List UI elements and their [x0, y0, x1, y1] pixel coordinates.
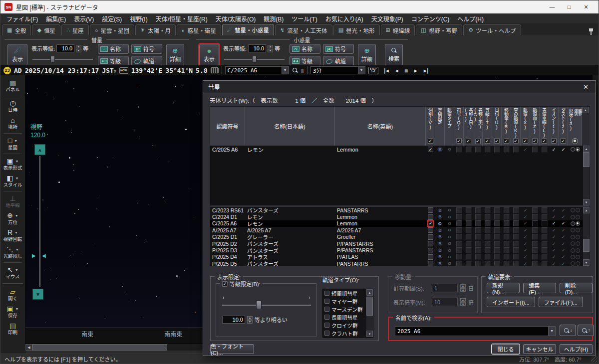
- option-box[interactable]: [542, 234, 548, 240]
- option-box[interactable]: [494, 220, 500, 226]
- option-box[interactable]: [494, 241, 500, 247]
- flag-cell[interactable]: [568, 221, 582, 226]
- menu-item[interactable]: 天体/恒星・星座(R): [152, 13, 212, 23]
- option-box[interactable]: [485, 147, 491, 153]
- flag-cell[interactable]: ✓: [559, 221, 568, 226]
- mag-limit-spinner[interactable]: ▲▼: [247, 316, 253, 324]
- option-box[interactable]: [504, 254, 510, 260]
- flag-cell[interactable]: O: [445, 215, 454, 219]
- flag-cell[interactable]: [454, 234, 464, 240]
- option-box[interactable]: [513, 147, 519, 153]
- option-box[interactable]: [542, 207, 548, 213]
- tab-全般[interactable]: ▦全般: [2, 24, 31, 35]
- radio[interactable]: [576, 241, 580, 246]
- flag-cell[interactable]: B: [435, 234, 445, 239]
- asteroid-軌道-button[interactable]: 軌道: [323, 56, 354, 66]
- search-icon[interactable]: [292, 67, 298, 73]
- comet-軌道-button[interactable]: 軌道: [131, 56, 162, 66]
- flag-cell[interactable]: O: [445, 241, 454, 246]
- flag-cell[interactable]: [492, 220, 502, 226]
- flag-cell[interactable]: B: [435, 208, 445, 213]
- checkbox[interactable]: [428, 207, 433, 213]
- option-box[interactable]: [513, 234, 519, 240]
- sidebar-item-スタイル[interactable]: ◧ ▼スタイル: [0, 173, 25, 189]
- chevron-down-icon[interactable]: ▼: [548, 327, 555, 336]
- color-font-button[interactable]: 色・フォント(C)...: [210, 344, 254, 354]
- option-box[interactable]: [513, 207, 519, 213]
- option-box[interactable]: [513, 241, 519, 247]
- flag-cell[interactable]: [568, 241, 582, 246]
- option-box[interactable]: [456, 247, 462, 253]
- flag-cell[interactable]: [464, 207, 473, 213]
- option-box[interactable]: [494, 214, 500, 220]
- radio[interactable]: [571, 208, 575, 212]
- option-box[interactable]: [542, 147, 548, 153]
- scroll-down-icon[interactable]: ▼: [366, 331, 373, 337]
- flag-cell[interactable]: [492, 234, 502, 240]
- flag-cell[interactable]: O: [445, 228, 454, 232]
- zoom-in-button[interactable]: ▲: [34, 144, 45, 155]
- sidebar-item-日時[interactable]: ◷日時: [0, 98, 25, 115]
- flag-cell[interactable]: [502, 247, 511, 253]
- radio-selected[interactable]: [576, 221, 580, 226]
- flag-cell[interactable]: O: [445, 261, 454, 266]
- scroll-up-icon[interactable]: ▲: [583, 207, 590, 213]
- option-box[interactable]: [485, 254, 491, 260]
- flag-cell[interactable]: [511, 241, 521, 247]
- flag-cell[interactable]: [426, 261, 435, 266]
- flag-cell[interactable]: [464, 220, 473, 226]
- radio[interactable]: [571, 228, 575, 232]
- flag-cell[interactable]: [530, 220, 540, 226]
- flag-cell[interactable]: ✓: [549, 261, 559, 266]
- option-box[interactable]: [456, 234, 462, 240]
- flag-cell[interactable]: [530, 254, 540, 260]
- tab-経緯線[interactable]: ⊞経緯線: [381, 24, 415, 35]
- menu-item[interactable]: 観測(B): [260, 13, 288, 23]
- asteroid-show-button[interactable]: ● 表示: [199, 44, 219, 66]
- header-checkbox[interactable]: ✓: [485, 137, 490, 145]
- option-box[interactable]: [513, 227, 519, 233]
- longitude-value[interactable]: 139°42'E: [131, 67, 163, 74]
- sidebar-item-光跡残し[interactable]: ⋱ ▼光跡残し: [0, 244, 25, 261]
- orbital-button[interactable]: ファイル(F)...: [539, 297, 583, 307]
- menu-item[interactable]: 編集(E): [42, 13, 70, 23]
- datetime-value[interactable]: 2025/10/14 23:17:17: [25, 67, 99, 74]
- tab-星座[interactable]: ∴星座: [61, 24, 89, 35]
- tab-昼光・地形[interactable]: ▤昼光・地形: [333, 24, 380, 35]
- flag-cell[interactable]: [473, 234, 483, 240]
- flag-cell[interactable]: O: [445, 221, 454, 226]
- flag-cell[interactable]: [502, 214, 511, 220]
- flag-cell[interactable]: [530, 261, 540, 266]
- radio[interactable]: [571, 215, 575, 219]
- cancel-button[interactable]: キャンセル: [523, 344, 556, 354]
- flag-cell[interactable]: [464, 261, 473, 266]
- checkbox[interactable]: [324, 323, 329, 328]
- tab-恒星[interactable]: ◆恒星: [32, 24, 60, 35]
- radio[interactable]: [571, 221, 575, 226]
- flag-cell[interactable]: [502, 234, 511, 240]
- header-checkbox[interactable]: ✓: [561, 137, 566, 145]
- header-checkbox[interactable]: ✓: [532, 137, 538, 145]
- header-checkbox[interactable]: ✓: [475, 138, 481, 145]
- option-box[interactable]: [542, 214, 548, 220]
- option-box[interactable]: [475, 254, 481, 260]
- table-row[interactable]: C/2025 A6レモンLemmon✓BO✓✓✓: [210, 146, 583, 153]
- flag-cell[interactable]: [483, 147, 492, 153]
- flag-column-等級限定[interactable]: 等級限定: [435, 107, 445, 146]
- column-header[interactable]: 名称(日本語): [245, 107, 335, 146]
- checkbox[interactable]: [428, 227, 433, 233]
- flag-cell[interactable]: ✓: [521, 214, 530, 219]
- option-box[interactable]: [494, 247, 500, 253]
- flag-cell[interactable]: [511, 247, 521, 253]
- checkbox[interactable]: [324, 307, 329, 312]
- header-checkbox[interactable]: ✓: [494, 137, 500, 145]
- flag-cell[interactable]: ✓: [559, 261, 568, 266]
- flag-cell[interactable]: [568, 228, 582, 232]
- option-box[interactable]: [485, 241, 491, 247]
- orbit-type-list[interactable]: 短周期彗星マイヤー群マースデン群長周期彗星クロイツ群クラハト群 ▲ ▼: [322, 289, 373, 338]
- option-box[interactable]: [456, 214, 462, 220]
- option-box[interactable]: [466, 214, 472, 220]
- option-box[interactable]: [466, 207, 472, 213]
- flag-cell[interactable]: O: [445, 248, 454, 253]
- checkbox-checked-highlighted[interactable]: ✓: [428, 221, 433, 226]
